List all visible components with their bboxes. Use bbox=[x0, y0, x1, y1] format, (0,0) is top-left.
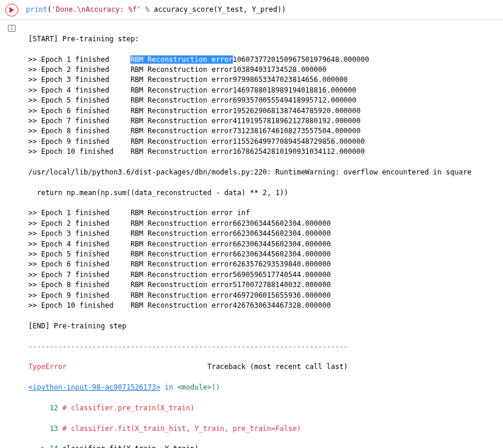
epoch-line: >> Epoch 2 finished RBM Reconstruction e… bbox=[28, 219, 498, 229]
code-rest: accuracy_score(Y_test, Y_pred)) bbox=[154, 5, 286, 14]
frame-1-line-14: ---> 14 classifier.fit(X_train, Y_train) bbox=[28, 444, 498, 448]
epoch-line: >> Epoch 1 finished RBM Reconstruction e… bbox=[28, 208, 498, 218]
epoch-line: >> Epoch 1 finished RBM Reconstruction e… bbox=[28, 55, 498, 65]
module-symbol: <module> bbox=[177, 383, 212, 391]
epoch-line: >> Epoch 8 finished RBM Reconstruction e… bbox=[28, 126, 498, 136]
paren: () bbox=[212, 383, 220, 391]
code-cell: print('Done.\nAccuracy: %f' % accuracy_s… bbox=[0, 0, 503, 20]
epoch-line: >> Epoch 10 finished RBM Reconstruction … bbox=[28, 301, 498, 311]
epoch-line: >> Epoch 6 finished RBM Reconstruction e… bbox=[28, 106, 498, 116]
run-button[interactable] bbox=[5, 4, 18, 17]
arrow-icon: ---> bbox=[28, 444, 50, 448]
in-keyword: in bbox=[160, 383, 177, 391]
epoch-line: >> Epoch 9 finished RBM Reconstruction e… bbox=[28, 137, 498, 147]
epoch-line: >> Epoch 6 finished RBM Reconstruction e… bbox=[28, 259, 498, 269]
code-content[interactable]: print('Done.\nAccuracy: %f' % accuracy_s… bbox=[24, 1, 503, 18]
frame-1-header: <ipython-input-98-ac9071526173> in <modu… bbox=[28, 383, 498, 393]
epoch-line: >> Epoch 3 finished RBM Reconstruction e… bbox=[28, 229, 498, 239]
traceback-divider: ----------------------------------------… bbox=[28, 342, 498, 352]
error-name: TypeError bbox=[28, 363, 67, 371]
traceback-header: TypeError Traceback (most recent call la… bbox=[28, 362, 498, 372]
epoch-line: >> Epoch 5 finished RBM Reconstruction e… bbox=[28, 249, 498, 259]
epoch-line: >> Epoch 7 finished RBM Reconstruction e… bbox=[28, 116, 498, 126]
cell-gutter bbox=[0, 1, 24, 18]
out-end: [END] Pre-training step bbox=[28, 321, 498, 331]
epoch-line: >> Epoch 9 finished RBM Reconstruction e… bbox=[28, 291, 498, 301]
epoch-line: >> Epoch 3 finished RBM Reconstruction e… bbox=[28, 75, 498, 85]
frame-1-line-13: 13 # classifier.fit(X_train_hist, Y_trai… bbox=[28, 424, 498, 434]
epoch-line: >> Epoch 7 finished RBM Reconstruction e… bbox=[28, 270, 498, 280]
collapse-output-icon[interactable] bbox=[7, 24, 17, 33]
frame-1-line-12: 12 # classifier.pre_train(X_train) bbox=[28, 403, 498, 413]
epoch-line: >> Epoch 5 finished RBM Reconstruction e… bbox=[28, 95, 498, 106]
code-op: % bbox=[141, 5, 154, 14]
out-warning: /usr/local/lib/python3.6/dist-packages/d… bbox=[28, 167, 498, 177]
out-start: [START] Pre-training step: bbox=[28, 34, 498, 44]
code-fn: print bbox=[26, 5, 47, 14]
traceback-label: Traceback (most recent call last) bbox=[67, 363, 348, 371]
output-gutter bbox=[0, 20, 24, 448]
play-icon bbox=[9, 7, 15, 13]
out-warning-line2: return np.mean(np.sum((data_reconstructe… bbox=[28, 188, 498, 198]
ipython-input-link[interactable]: <ipython-input-98-ac9071526173> bbox=[28, 383, 160, 391]
output-cell: [START] Pre-training step: >> Epoch 1 fi… bbox=[0, 20, 503, 448]
epoch-line: >> Epoch 4 finished RBM Reconstruction e… bbox=[28, 239, 498, 249]
notebook: print('Done.\nAccuracy: %f' % accuracy_s… bbox=[0, 0, 503, 448]
epoch-line: >> Epoch 10 finished RBM Reconstruction … bbox=[28, 147, 498, 157]
code-str: 'Done.\nAccuracy: %f' bbox=[51, 5, 141, 14]
epoch-line: >> Epoch 8 finished RBM Reconstruction e… bbox=[28, 280, 498, 290]
epoch-line: >> Epoch 4 finished RBM Reconstruction e… bbox=[28, 85, 498, 95]
output-content[interactable]: [START] Pre-training step: >> Epoch 1 fi… bbox=[24, 20, 503, 448]
epoch-line: >> Epoch 2 finished RBM Reconstruction e… bbox=[28, 65, 498, 75]
